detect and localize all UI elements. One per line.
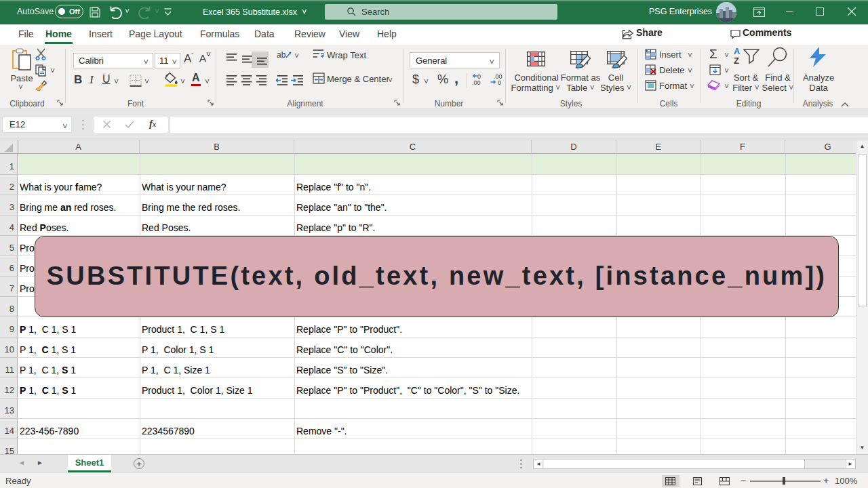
svg-text:.00: .00: [472, 79, 481, 86]
svg-text:ab: ab: [277, 50, 286, 60]
svg-text:0: 0: [498, 79, 501, 86]
